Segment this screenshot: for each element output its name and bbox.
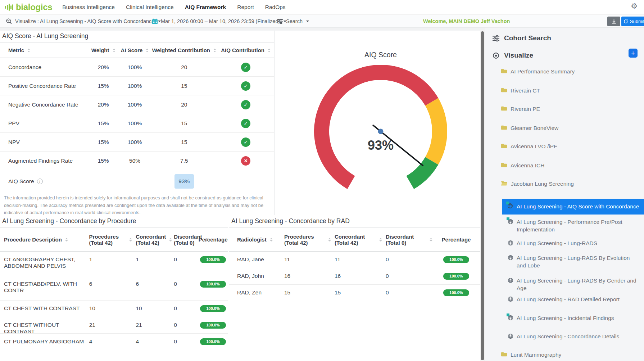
sidebar-item-jacobian-lung-screening[interactable]: Jacobian Lung Screening [501, 180, 574, 188]
sidebar-item-avicenna-lvo-ipe[interactable]: Avicenna LVO /iPE [501, 143, 557, 151]
sort-icon[interactable] [65, 238, 68, 242]
sidebar-item-aiq-score-with-concordance-selected[interactable]: AI Lung Screening - AIQ Score with Conco… [502, 199, 644, 215]
weight-value: 15% [88, 158, 119, 164]
section-divider [0, 215, 480, 215]
sidebar-item-lung-rads-gender-age[interactable]: AI Lung Screening - Lung-RADS By Gender … [508, 277, 644, 292]
rad-table-header: Radiologist Procedures (Total 42) Concor… [229, 228, 480, 252]
nav-clinical-intelligence[interactable]: Clinical Intelligence [126, 4, 174, 10]
top-navigation-bar: bialogics Business Intelligence Clinical… [0, 0, 644, 15]
sidebar-item-rad-detailed-report[interactable]: AI Lung Screening - RAD Detailed Report [508, 296, 620, 304]
sidebar-item-gleamer-boneview[interactable]: Gleamer BoneView [501, 125, 558, 132]
dashboard-content: AIQ Score - AI Lung Screening Metric Wei… [0, 31, 480, 361]
filter-toolbar: Visualize : AI Lung Screening - AIQ Scor… [0, 15, 644, 28]
sort-icon[interactable] [328, 238, 331, 242]
visualize-selector[interactable]: Visualize : AI Lung Screening - AIQ Scor… [6, 15, 161, 27]
table-row: CT CHEST WITHOUT CONTRAST 21 21 0 100.0% [0, 317, 228, 334]
sidebar-item-ai-performance-summary[interactable]: AI Performance Summary [501, 68, 575, 76]
sidebar-item-riverain-ct[interactable]: Riverain CT [501, 87, 540, 95]
cohort-search-label: Cohort Search [504, 34, 551, 42]
procedure-description: CT CHEST WITH CONTRAST [0, 301, 86, 312]
weighted-value: 20 [151, 64, 217, 71]
col-metric: Metric [0, 47, 88, 53]
sidebar-item-lung-rads-evolution-lobe[interactable]: AI Lung Screening - Lung-RADS By Evoluti… [508, 254, 637, 270]
nav-aiq-framework[interactable]: AIQ Framework [185, 4, 226, 10]
welcome-user-text: Welcome, MAIN DEMO Jeff Vachon [423, 15, 510, 27]
table-row: RAD, Jane 11 11 0 100.0% [229, 252, 480, 268]
visualize-selector-label: Visualize : AI Lung Screening - AIQ Scor… [15, 18, 154, 24]
brand-logo[interactable]: bialogics [5, 2, 52, 12]
eye-icon [492, 52, 500, 59]
ai-score-value: 100% [119, 83, 151, 89]
metric-name: PPV [0, 120, 88, 127]
calendar-icon [152, 18, 158, 24]
table-row: Concordance 20% 100% 20 [0, 58, 274, 77]
ai-score-value: 100% [119, 101, 151, 108]
sort-icon[interactable] [213, 49, 216, 52]
sort-icon[interactable] [129, 238, 132, 242]
visualize-section[interactable]: Visualize [492, 51, 533, 59]
refresh-icon [623, 19, 628, 24]
sidebar-item-avicenna-ich[interactable]: Avicenna ICH [501, 162, 544, 170]
vertical-scrollbar[interactable] [480, 31, 485, 361]
sidebar-item-riverain-pe[interactable]: Riverain PE [501, 105, 540, 113]
col-weighted-contribution: Weighted Contribution [151, 47, 217, 53]
ai-score-value: 50% [119, 158, 151, 164]
globe-icon [508, 296, 513, 304]
sliders-icon [492, 35, 500, 42]
sidebar-item-lung-rads[interactable]: AI Lung Screening - Lung-RADS [508, 240, 597, 248]
aiq-total-label: AIQ Score [8, 178, 34, 185]
nav-radops[interactable]: RadOps [265, 4, 286, 10]
nav-report[interactable]: Report [237, 4, 254, 10]
folder-icon [501, 352, 507, 359]
aiq-score-badge: 93% [174, 174, 194, 189]
percentage-badge: 100.0% [443, 289, 469, 296]
sort-icon[interactable] [430, 238, 432, 242]
table-row: PPV 15% 100% 15 [0, 114, 274, 133]
table-row: NPV 15% 100% 15 [0, 133, 274, 152]
weighted-value: 15 [151, 139, 217, 145]
sort-icon[interactable] [379, 238, 382, 242]
aiq-gauge-panel: AIQ Score 93% [275, 31, 480, 215]
weight-value: 20% [88, 101, 119, 108]
weight-value: 15% [88, 120, 119, 127]
info-icon[interactable]: i [37, 179, 43, 184]
weight-value: 20% [88, 64, 119, 71]
search-selector[interactable]: Search [277, 15, 309, 27]
sort-icon[interactable] [146, 49, 149, 52]
sidebar-item-lunit-mammography[interactable]: Lunit Mammography [501, 351, 561, 359]
svg-text:93%: 93% [368, 138, 394, 153]
scrollbar-thumb[interactable] [481, 31, 484, 360]
brand-name: bialogics [16, 2, 52, 12]
procedure-description: CT CHEST WITHOUT CONTRAST [0, 317, 86, 335]
weighted-value: 7.5 [151, 158, 217, 164]
metric-name: Augmented Findings Rate [0, 158, 88, 164]
percentage-badge: 100.0% [200, 338, 226, 345]
check-icon [241, 81, 250, 91]
sort-icon[interactable] [27, 49, 30, 52]
submit-button[interactable]: Submit [621, 17, 644, 26]
folder-icon [501, 143, 507, 151]
weighted-value: 15 [151, 120, 217, 127]
globe-teal-icon [507, 203, 513, 210]
download-button[interactable] [607, 17, 620, 26]
aiq-panel-title: AIQ Score - AI Lung Screening [0, 31, 274, 43]
sliders-icon [277, 18, 283, 24]
date-range-selector[interactable]: Mar 1, 2026 00:00 – Mar 10, 2026 23:59 (… [152, 15, 286, 27]
sidebar-item-incidental-findings[interactable]: AI Lung Screening - Incidental Findings [508, 315, 614, 323]
settings-gear-icon[interactable]: ⚙ [631, 2, 638, 10]
globe-teal-icon [508, 219, 513, 227]
check-icon [241, 119, 250, 128]
folder-icon [501, 125, 507, 132]
sidebar-item-performance-pre-post[interactable]: AI Lung Screening - Performance Pre/Post… [508, 218, 632, 234]
add-visualization-button[interactable]: + [629, 49, 638, 58]
sort-icon[interactable] [268, 49, 271, 52]
submit-button-label: Submit [630, 19, 644, 24]
cohort-search-section[interactable]: Cohort Search [492, 34, 551, 42]
sort-icon[interactable] [270, 238, 273, 242]
folder-icon [501, 162, 507, 170]
folder-icon [501, 87, 507, 95]
sidebar-item-concordance-details[interactable]: AI Lung Screening - Concordance Details [508, 333, 619, 341]
check-icon [241, 100, 250, 109]
sort-icon[interactable] [113, 49, 115, 52]
nav-business-intelligence[interactable]: Business Intelligence [62, 4, 115, 10]
